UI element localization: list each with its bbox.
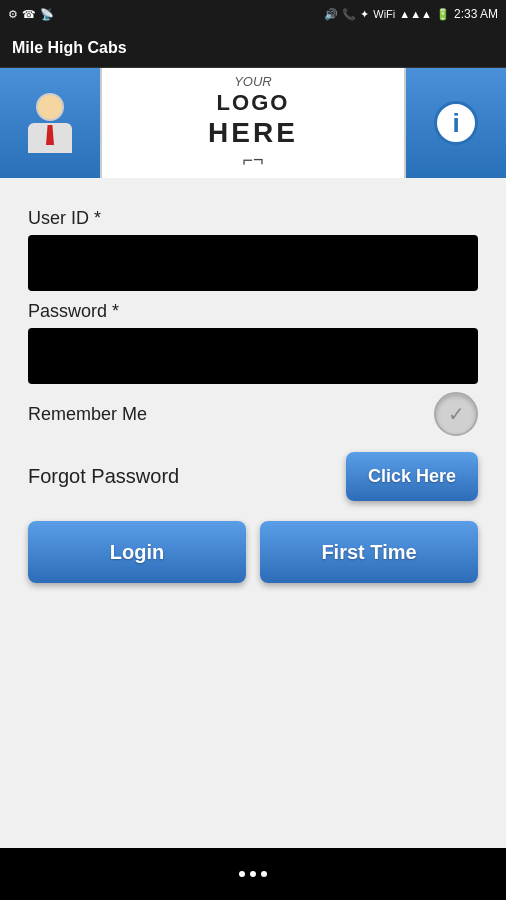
login-button[interactable]: Login: [28, 521, 246, 583]
person-head: [36, 93, 64, 121]
nav-dot-3: [261, 871, 267, 877]
call-icon: 📞: [342, 8, 356, 21]
info-button[interactable]: i: [406, 68, 506, 178]
action-buttons: Login First Time: [28, 521, 478, 583]
header-area: YOUR LOGO HERE ⌐¬ i: [0, 68, 506, 178]
nav-dot-1: [239, 871, 245, 877]
profile-button[interactable]: [0, 68, 100, 178]
bottom-nav-bar: [0, 848, 506, 900]
battery-icon: 🔋: [436, 8, 450, 21]
person-tie: [46, 125, 54, 145]
toggle-check-icon: ✓: [448, 402, 465, 426]
logo-area: YOUR LOGO HERE ⌐¬: [100, 68, 406, 178]
password-label: Password *: [28, 301, 478, 322]
bluetooth-icon: ✦: [360, 8, 369, 21]
main-content: User ID * Password * Remember Me ✓ Forgo…: [0, 178, 506, 848]
nav-dot-2: [250, 871, 256, 877]
logo-text: YOUR LOGO HERE ⌐¬: [208, 74, 298, 171]
wifi-icon: WiFi: [373, 8, 395, 20]
app-title: Mile High Cabs: [12, 39, 127, 57]
remember-me-toggle[interactable]: ✓: [434, 392, 478, 436]
remember-me-row: Remember Me ✓: [28, 392, 478, 436]
logo-bracket: ⌐¬: [208, 150, 298, 172]
logo-your: YOUR: [208, 74, 298, 90]
forgot-password-label: Forgot Password: [28, 465, 179, 488]
clock: 2:33 AM: [454, 7, 498, 21]
userid-label: User ID *: [28, 208, 478, 229]
cell-signal-icon: ▲▲▲: [399, 8, 432, 20]
logo-here: HERE: [208, 116, 298, 150]
remember-me-label: Remember Me: [28, 404, 147, 425]
signal-icon: 📡: [40, 8, 54, 21]
logo-logo: LOGO: [208, 90, 298, 116]
volume-icon: 🔊: [324, 8, 338, 21]
status-left-icons: ⚙ ☎ 📡: [8, 8, 54, 21]
first-time-button[interactable]: First Time: [260, 521, 478, 583]
title-bar: Mile High Cabs: [0, 28, 506, 68]
click-here-button[interactable]: Click Here: [346, 452, 478, 501]
status-bar: ⚙ ☎ 📡 🔊 📞 ✦ WiFi ▲▲▲ 🔋 2:33 AM: [0, 0, 506, 28]
person-body: [28, 123, 72, 153]
password-input[interactable]: [28, 328, 478, 384]
status-right-icons: 🔊 📞 ✦ WiFi ▲▲▲ 🔋 2:33 AM: [324, 7, 498, 21]
forgot-password-row: Forgot Password Click Here: [28, 452, 478, 501]
userid-input[interactable]: [28, 235, 478, 291]
usb-icon: ⚙: [8, 8, 18, 21]
info-icon: i: [434, 101, 478, 145]
android-icon: ☎: [22, 8, 36, 21]
person-icon: [28, 93, 72, 153]
